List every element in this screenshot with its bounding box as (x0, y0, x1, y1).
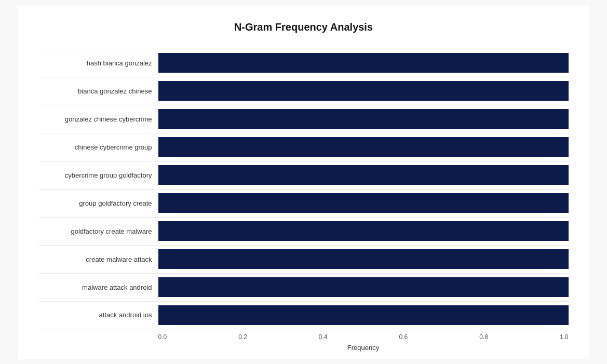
bar-track (158, 53, 569, 73)
bar-row: bianca gonzalez chinese (39, 77, 569, 105)
bar-fill (158, 249, 569, 269)
bar-fill (158, 305, 569, 325)
x-axis-ticks: 0.00.20.40.60.81.0 (158, 333, 569, 341)
bar-fill (158, 277, 569, 297)
bar-row: malware attack android (39, 273, 569, 301)
x-tick-label: 1.0 (560, 333, 569, 341)
bar-row: chinese cybercrime group (39, 133, 569, 161)
bar-fill (158, 193, 569, 213)
bar-track (158, 249, 569, 269)
chart-container: N-Gram Frequency Analysis hash bianca go… (18, 6, 589, 359)
bar-row: create malware attack (39, 245, 569, 273)
x-tick-label: 0.6 (399, 333, 408, 341)
bar-label: attack android ios (39, 311, 158, 319)
x-tick-label: 0.0 (158, 333, 167, 341)
chart-title: N-Gram Frequency Analysis (39, 21, 569, 33)
bar-fill (158, 81, 569, 101)
bar-track (158, 193, 569, 213)
bar-track (158, 277, 569, 297)
bar-label: group goldfactory create (39, 199, 158, 207)
x-axis-area: 0.00.20.40.60.81.0 (39, 333, 569, 341)
bar-label: gonzalez chinese cybercrime (39, 115, 158, 123)
bar-row: group goldfactory create (39, 189, 569, 217)
bar-row: hash bianca gonzalez (39, 49, 569, 77)
x-tick-label: 0.8 (479, 333, 488, 341)
bar-label: create malware attack (39, 255, 158, 263)
bar-track (158, 81, 569, 101)
x-tick-label: 0.2 (238, 333, 247, 341)
x-axis-label: Frequency (39, 344, 569, 352)
x-tick-label: 0.4 (319, 333, 328, 341)
bar-label: cybercrime group goldfactory (39, 171, 158, 179)
bar-track (158, 109, 569, 129)
bar-fill (158, 165, 569, 185)
bar-track (158, 137, 569, 157)
chart-area: hash bianca gonzalezbianca gonzalez chin… (39, 49, 569, 329)
bar-fill (158, 221, 569, 241)
bar-row: attack android ios (39, 301, 569, 329)
bar-fill (158, 137, 569, 157)
bar-label: goldfactory create malware (39, 227, 158, 235)
bar-label: malware attack android (39, 284, 158, 291)
bar-fill (158, 109, 569, 129)
bar-label: chinese cybercrime group (39, 143, 158, 151)
bar-row: goldfactory create malware (39, 217, 569, 245)
bar-track (158, 305, 569, 325)
bar-track (158, 221, 569, 241)
bar-row: cybercrime group goldfactory (39, 161, 569, 189)
bar-label: hash bianca gonzalez (39, 59, 158, 67)
bar-fill (158, 53, 569, 73)
bar-row: gonzalez chinese cybercrime (39, 105, 569, 133)
bar-label: bianca gonzalez chinese (39, 87, 158, 95)
bar-track (158, 165, 569, 185)
